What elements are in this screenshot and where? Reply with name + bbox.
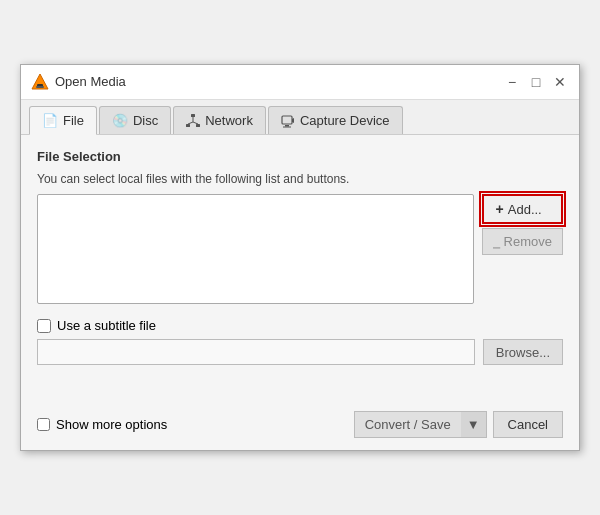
- tab-disc[interactable]: 💿 Disc: [99, 106, 171, 135]
- svg-rect-11: [285, 125, 289, 127]
- svg-line-8: [193, 122, 198, 124]
- add-button-label: Add...: [508, 202, 542, 217]
- file-tab-icon: 📄: [42, 113, 58, 128]
- tab-network[interactable]: Network: [173, 106, 266, 135]
- vlc-icon: [31, 73, 49, 91]
- plus-icon: +: [496, 201, 504, 217]
- footer-buttons: Convert / Save ▼ Cancel: [354, 411, 563, 438]
- file-listbox[interactable]: [37, 194, 474, 304]
- subtitle-section: Use a subtitle file Browse...: [37, 318, 563, 365]
- svg-rect-4: [186, 124, 190, 127]
- open-media-window: Open Media − □ ✕ 📄 File 💿 Disc: [20, 64, 580, 452]
- svg-rect-2: [36, 86, 44, 88]
- footer: Show more options Convert / Save ▼ Cance…: [21, 399, 579, 450]
- convert-save-dropdown-button[interactable]: ▼: [461, 412, 486, 437]
- title-bar-controls: − □ ✕: [503, 73, 569, 91]
- subtitle-input[interactable]: [37, 339, 475, 365]
- show-more-row: Show more options: [37, 417, 167, 432]
- file-selection-description: You can select local files with the foll…: [37, 172, 563, 186]
- disc-tab-icon: 💿: [112, 113, 128, 128]
- subtitle-checkbox[interactable]: [37, 319, 51, 333]
- cancel-button[interactable]: Cancel: [493, 411, 563, 438]
- title-bar: Open Media − □ ✕: [21, 65, 579, 100]
- tab-network-label: Network: [205, 113, 253, 128]
- file-area: + Add... ⎯ Remove: [37, 194, 563, 304]
- tab-file-label: File: [63, 113, 84, 128]
- tab-capture[interactable]: Capture Device: [268, 106, 403, 135]
- restore-button[interactable]: □: [527, 73, 545, 91]
- convert-save-button-group: Convert / Save ▼: [354, 411, 487, 438]
- tab-file[interactable]: 📄 File: [29, 106, 97, 136]
- svg-line-7: [188, 122, 193, 124]
- file-selection-title: File Selection: [37, 149, 563, 164]
- svg-rect-3: [191, 114, 195, 117]
- browse-button[interactable]: Browse...: [483, 339, 563, 365]
- remove-button-label: Remove: [504, 234, 552, 249]
- remove-icon: ⎯: [493, 235, 500, 249]
- main-content: File Selection You can select local file…: [21, 135, 579, 379]
- convert-save-label: Convert / Save: [365, 417, 451, 432]
- file-buttons: + Add... ⎯ Remove: [482, 194, 563, 255]
- add-button[interactable]: + Add...: [482, 194, 563, 224]
- subtitle-input-row: Browse...: [37, 339, 563, 365]
- capture-tab-icon: [281, 113, 295, 129]
- tab-disc-label: Disc: [133, 113, 158, 128]
- convert-save-button[interactable]: Convert / Save: [355, 412, 461, 437]
- subtitle-checkbox-label[interactable]: Use a subtitle file: [57, 318, 156, 333]
- svg-rect-12: [283, 127, 291, 128]
- dropdown-arrow-icon: ▼: [467, 417, 480, 432]
- tab-bar: 📄 File 💿 Disc Network: [21, 100, 579, 136]
- show-more-checkbox[interactable]: [37, 418, 50, 431]
- close-button[interactable]: ✕: [551, 73, 569, 91]
- svg-rect-9: [282, 116, 292, 124]
- tab-capture-label: Capture Device: [300, 113, 390, 128]
- remove-button[interactable]: ⎯ Remove: [482, 228, 563, 255]
- minimize-button[interactable]: −: [503, 73, 521, 91]
- svg-rect-5: [196, 124, 200, 127]
- title-bar-left: Open Media: [31, 73, 126, 91]
- subtitle-checkbox-row: Use a subtitle file: [37, 318, 563, 333]
- show-more-label[interactable]: Show more options: [56, 417, 167, 432]
- network-tab-icon: [186, 113, 200, 129]
- window-title: Open Media: [55, 74, 126, 89]
